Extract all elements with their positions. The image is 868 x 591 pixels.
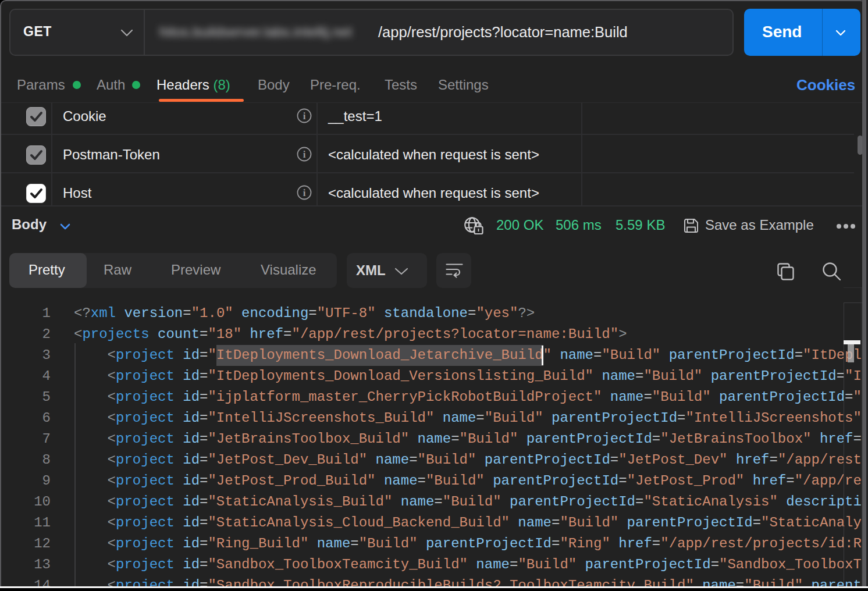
- svg-text:i: i: [303, 187, 306, 198]
- svg-text:i: i: [303, 149, 306, 160]
- svg-text:i: i: [303, 111, 306, 122]
